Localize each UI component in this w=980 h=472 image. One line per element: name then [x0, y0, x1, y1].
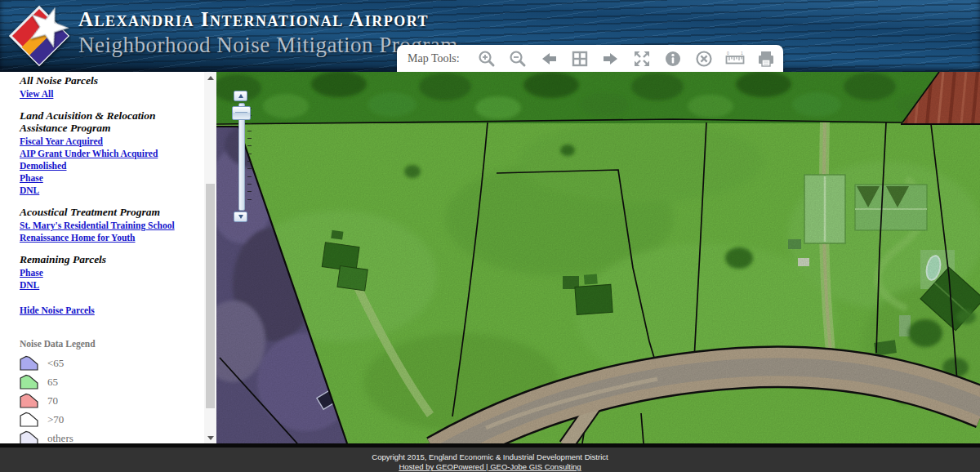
app-header: Alexandria International Airport Neighbo… — [0, 0, 980, 72]
airport-logo-icon — [7, 4, 71, 68]
link-dnl-remaining[interactable]: DNL — [20, 280, 191, 291]
link-phase-remaining[interactable]: Phase — [20, 268, 191, 278]
link-aip-grant[interactable]: AIP Grant Under Which Acquired — [20, 149, 191, 159]
scroll-up-icon[interactable] — [204, 72, 216, 83]
parcel-swatch-icon — [20, 355, 38, 371]
legend-title: Noise Data Legend — [20, 339, 191, 349]
map-zoom-slider[interactable] — [228, 88, 267, 223]
section-title-all-noise-parcels: All Noise Parcels — [20, 74, 191, 87]
zoom-slider-thumb[interactable] — [232, 106, 251, 120]
scroll-down-icon[interactable] — [204, 432, 216, 443]
previous-extent-button[interactable] — [533, 47, 564, 70]
link-renaissance-home[interactable]: Renaissance Home for Youth — [20, 233, 191, 243]
section-title-acoustical-treatment: Acoustical Treatment Program — [20, 206, 191, 218]
ruler-icon: 0 1 — [724, 49, 746, 69]
legend-item-under-65: <65 — [20, 354, 191, 372]
parcel-swatch-icon — [20, 374, 38, 390]
expand-arrows-icon — [632, 49, 652, 69]
chevron-down-icon — [238, 215, 243, 219]
svg-text:0: 0 — [727, 51, 729, 56]
map-viewport[interactable] — [216, 72, 980, 443]
chevron-up-icon — [238, 94, 243, 98]
noise-data-legend: Noise Data Legend <65 65 70 — [20, 339, 191, 448]
grid-window-icon — [570, 49, 590, 69]
page-title: Alexandria International Airport — [78, 7, 458, 32]
full-extent-button[interactable] — [626, 47, 657, 70]
link-st-marys[interactable]: St. Mary's Residential Training School — [20, 220, 191, 231]
link-view-all[interactable]: View All — [20, 89, 191, 100]
measure-button[interactable]: 0 1 — [719, 47, 751, 70]
link-demolished[interactable]: Demolished — [20, 161, 191, 171]
link-fiscal-year-acquired[interactable]: Fiscal Year Acquired — [20, 136, 191, 147]
app-footer: Copyright 2015, England Economic & Indus… — [0, 443, 980, 472]
legend-item-65: 65 — [20, 372, 191, 391]
svg-text:1: 1 — [741, 51, 743, 56]
copyright-text: Copyright 2015, England Economic & Indus… — [0, 452, 980, 461]
texture-overlay — [216, 72, 980, 443]
next-extent-button[interactable] — [595, 47, 626, 70]
arrow-left-icon — [539, 49, 559, 69]
print-button[interactable] — [751, 47, 782, 70]
parcel-swatch-icon — [20, 393, 38, 408]
zoom-slider-ticks — [247, 108, 254, 209]
zoom-out-button[interactable] — [502, 47, 533, 70]
legend-label: <65 — [47, 357, 64, 370]
parcel-swatch-icon — [20, 412, 38, 427]
scrollbar-thumb[interactable] — [206, 184, 215, 408]
zoom-out-icon — [508, 49, 528, 69]
link-dnl-land[interactable]: DNL — [20, 185, 191, 196]
aerial-imagery — [216, 72, 980, 443]
map-tools-label: Map Tools: — [408, 52, 460, 65]
pan-window-button[interactable] — [564, 47, 595, 70]
section-title-remaining-parcels: Remaining Parcels — [20, 253, 191, 265]
legend-label: 70 — [47, 394, 58, 407]
identify-button[interactable] — [657, 47, 688, 70]
legend-label: 65 — [47, 376, 58, 389]
legend-item-70: 70 — [20, 391, 191, 410]
link-phase-land[interactable]: Phase — [20, 173, 191, 184]
clear-selection-button[interactable] — [688, 47, 719, 70]
info-icon — [663, 49, 683, 69]
link-hide-noise-parcels[interactable]: Hide Noise Parcels — [20, 305, 191, 316]
circle-x-icon — [694, 49, 714, 69]
legend-item-over-70: >70 — [20, 410, 191, 429]
layers-sidebar: All Noise Parcels View All Land Acuisiti… — [0, 72, 216, 443]
zoom-in-button[interactable] — [471, 47, 502, 70]
arrow-right-icon — [601, 49, 621, 69]
zoom-slider-out-button[interactable] — [234, 212, 247, 222]
hosted-by-link[interactable]: Hosted by GEOPowered | GEO-Jobe GIS Cons… — [399, 462, 581, 471]
legend-label: >70 — [47, 413, 64, 426]
map-tools-toolbar: Map Tools: — [397, 45, 783, 72]
printer-icon — [756, 49, 776, 69]
sidebar-scrollbar[interactable] — [204, 72, 216, 443]
zoom-slider-in-button[interactable] — [234, 91, 247, 101]
zoom-in-icon — [477, 49, 497, 69]
section-title-land-acquisition: Land Acuisition & Relocation Assistance … — [20, 109, 191, 134]
